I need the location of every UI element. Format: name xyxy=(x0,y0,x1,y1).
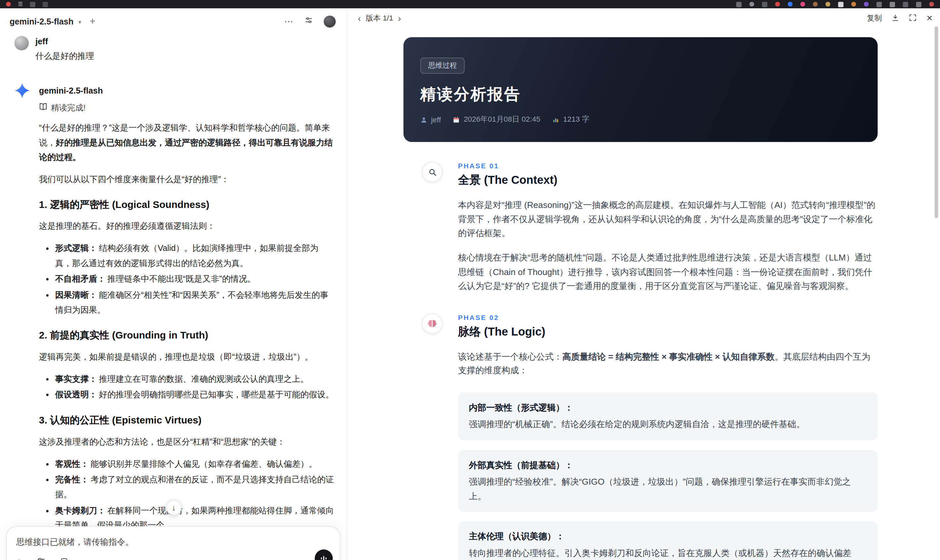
list-item: 不自相矛盾：推理链条中不能出现“既是又非”的情况。 xyxy=(55,272,335,287)
menubar-icon[interactable] xyxy=(788,2,793,7)
report-meta: jeff 2026年01月08日 02:45 xyxy=(421,114,861,125)
message-list[interactable]: jeff 什么是好的推理 xyxy=(15,32,339,560)
chat-panel: gemini-2.5-flash ▾ + ⋯ xyxy=(0,8,347,560)
paragraph: 这涉及推理者的心态和方法论，也是区分“杠精”和“思想家”的关键： xyxy=(39,434,335,449)
report-hero-card: 思维过程 精读分析报告 jeff xyxy=(404,37,878,142)
preview-content[interactable]: 思维过程 精读分析报告 jeff xyxy=(347,29,940,560)
chevron-down-icon[interactable]: ▾ xyxy=(79,18,82,25)
phase-section-2: PHASE 02 脉络 (The Logic) 该论述基于一个核心公式：高质量结… xyxy=(422,313,878,560)
download-icon[interactable] xyxy=(891,14,899,23)
fullscreen-icon[interactable] xyxy=(909,14,917,23)
menubar-icon[interactable] xyxy=(864,2,869,7)
markdown-content: “什么是好的推理？”这是一个涉及逻辑学、认知科学和哲学核心的问题。简单来说，好的… xyxy=(39,120,335,560)
voice-input-button[interactable] xyxy=(315,549,333,560)
assistant-message: gemini-2.5-flash 精读完成! xyxy=(15,83,339,560)
user-avatar[interactable] xyxy=(324,15,336,28)
menubar-icon[interactable] xyxy=(43,2,48,7)
chat-header: gemini-2.5-flash ▾ + ⋯ xyxy=(0,8,347,31)
bullet-list: 形式逻辑：结构必须有效（Valid）。比如演绎推理中，如果前提全部为真，那么通过… xyxy=(39,241,335,317)
phase-title: 脉络 (The Logic) xyxy=(458,324,878,340)
avatar xyxy=(15,36,29,51)
list-item: 假设透明：好的推理会明确指明哪些是已知事实，哪些是基于可能的假设。 xyxy=(55,388,335,402)
menubar-icon[interactable] xyxy=(749,2,754,7)
phase-section-1: PHASE 01 全景 (The Context) 本内容是对“推理 (Reas… xyxy=(422,162,878,293)
paragraph: “什么是好的推理？”这是一个涉及逻辑学、认知科学和哲学核心的问题。简单来说，好的… xyxy=(39,120,335,165)
card-text: 强调推理的“机械正确”。结论必须在给定的规则系统内逻辑自洽，这是推理的硬件基础。 xyxy=(468,418,867,432)
card-title: 主体伦理（认识美德）： xyxy=(468,530,867,544)
template-square-icon[interactable] xyxy=(60,557,68,560)
status-text: 精读完成! xyxy=(51,103,86,113)
menubar-icon[interactable] xyxy=(851,2,856,7)
menu-bar: ☰ xyxy=(0,0,940,8)
report-badge: 思维过程 xyxy=(421,57,465,74)
menubar-icon[interactable] xyxy=(6,2,11,7)
menubar-icon[interactable] xyxy=(929,2,934,7)
section-heading: 3. 认知的公正性 (Epistemic Virtues) xyxy=(39,414,335,428)
phase-title: 全景 (The Context) xyxy=(458,172,878,188)
menubar-icon[interactable] xyxy=(826,2,831,7)
prev-version-button[interactable]: ‹ xyxy=(358,14,361,23)
paragraph: 该论述基于一个核心公式：高质量结论 = 结构完整性 × 事实准确性 × 认知自律… xyxy=(458,350,878,378)
menubar-icon[interactable] xyxy=(903,2,908,7)
phase-label: PHASE 02 xyxy=(458,313,878,321)
logic-card: 内部一致性（形式逻辑）： 强调推理的“机械正确”。结论必须在给定的规则系统内逻辑… xyxy=(458,392,878,440)
word-count-meta: 1213 字 xyxy=(552,114,589,125)
tune-sliders-icon[interactable] xyxy=(36,557,45,560)
paragraph: 逻辑再完美，如果前提是错误的，推理也是垃圾（即“垃圾进，垃圾出”）。 xyxy=(39,349,335,364)
paragraph: 核心情境在于解决“思考的随机性”问题。不论是人类通过批判性思维进行决策，还是大语… xyxy=(458,251,878,293)
new-chat-button[interactable]: + xyxy=(89,16,95,27)
menubar-icon[interactable] xyxy=(890,2,895,7)
menubar-icon[interactable] xyxy=(736,2,741,7)
chat-input[interactable] xyxy=(16,537,268,546)
sender-name: gemini-2.5-flash xyxy=(39,85,103,96)
menubar-icon[interactable] xyxy=(30,2,35,7)
user-message: jeff 什么是好的推理 xyxy=(15,36,339,63)
close-icon[interactable]: ✕ xyxy=(926,14,933,23)
model-selector[interactable]: gemini-2.5-flash xyxy=(9,17,74,26)
book-icon xyxy=(39,103,47,113)
author-meta: jeff xyxy=(421,115,441,124)
magnifier-icon xyxy=(422,162,442,182)
calendar-icon xyxy=(453,116,460,123)
card-text: 转向推理者的心理特征。引入奥卡姆剃刀和反向论证，旨在克服人类（或机器）天然存在的… xyxy=(468,547,867,560)
more-menu-button[interactable]: ⋯ xyxy=(284,16,294,27)
status-line: 精读完成! xyxy=(39,103,335,113)
menubar-icon[interactable] xyxy=(916,2,922,7)
message-composer[interactable]: + xyxy=(6,526,341,560)
menubar-icon[interactable] xyxy=(838,2,843,7)
menubar-icon[interactable] xyxy=(813,2,818,7)
section-heading: 2. 前提的真实性 (Grounding in Truth) xyxy=(39,329,335,342)
list-item: 完备性：考虑了对立的观点和潜在的反证，而不是只选择支持自己结论的证据。 xyxy=(55,472,335,502)
menubar-icon[interactable] xyxy=(775,2,780,7)
scrollbar-thumb[interactable] xyxy=(935,26,938,218)
bullet-list: 事实支撑：推理建立在可靠的数据、准确的观测或公认的真理之上。 假设透明：好的推理… xyxy=(39,371,335,402)
logic-card: 外部真实性（前提基础）： 强调推理的“经验校准”。解决“GIGO（垃圾进，垃圾出… xyxy=(458,450,878,512)
menubar-icon[interactable] xyxy=(762,2,767,7)
card-title: 内部一致性（形式逻辑）： xyxy=(468,401,867,415)
gemini-star-icon xyxy=(15,83,30,98)
paragraph: 本内容是对“推理 (Reasoning)”这一抽象概念的高层建模。在知识爆炸与人… xyxy=(458,198,878,241)
list-item: 客观性：能够识别并尽量排除个人偏见（如幸存者偏差、确认偏差）。 xyxy=(55,457,335,471)
brain-icon xyxy=(422,313,442,334)
list-item: 因果清晰：能准确区分“相关性”和“因果关系”，不会轻率地将先后发生的事情归为因果… xyxy=(55,288,335,317)
scroll-to-bottom-button[interactable]: ↓ xyxy=(166,500,182,515)
paragraph: 这是推理的基石。好的推理必须遵循逻辑法则： xyxy=(39,219,335,234)
version-label: 版本 1/1 xyxy=(366,13,393,23)
hamburger-icon[interactable]: ☰ xyxy=(18,0,23,8)
arrow-down-icon: ↓ xyxy=(172,503,176,512)
settings-sliders-icon[interactable] xyxy=(305,16,313,27)
copy-button[interactable]: 复制 xyxy=(867,13,882,23)
menubar-icon[interactable] xyxy=(800,2,805,7)
menubar-icon[interactable] xyxy=(877,2,882,7)
section-heading: 1. 逻辑的严密性 (Logical Soundness) xyxy=(39,198,335,212)
list-item: 形式逻辑：结构必须有效（Valid）。比如演绎推理中，如果前提全部为真，那么通过… xyxy=(55,241,335,271)
next-version-button[interactable]: › xyxy=(398,14,401,23)
card-text: 强调推理的“经验校准”。解决“GIGO（垃圾进，垃圾出）”问题，确保推理引擎运行… xyxy=(468,475,867,503)
phase-label: PHASE 01 xyxy=(458,162,878,169)
attach-plus-icon[interactable]: + xyxy=(16,557,22,560)
artifact-preview-panel: ‹ 版本 1/1 › 复制 ✕ xyxy=(347,8,940,560)
waveform-icon xyxy=(319,554,328,560)
card-title: 外部真实性（前提基础）： xyxy=(468,458,867,472)
bullet-list: 客观性：能够识别并尽量排除个人偏见（如幸存者偏差、确认偏差）。 完备性：考虑了对… xyxy=(39,457,335,532)
list-item: 事实支撑：推理建立在可靠的数据、准确的观测或公认的真理之上。 xyxy=(55,371,335,386)
